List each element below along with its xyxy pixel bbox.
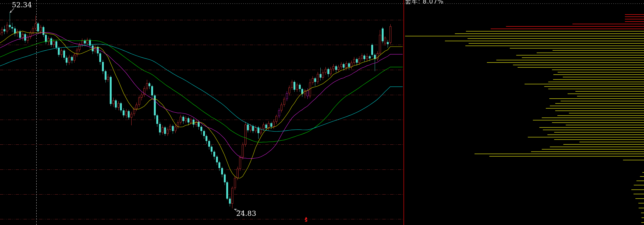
kline-chart-canvas[interactable] — [0, 0, 644, 225]
trapped-percent-label: 套牢: 8.07% — [405, 0, 444, 5]
panel-divider[interactable] — [404, 0, 404, 225]
low-price-annotation: 24.83 — [236, 210, 256, 217]
signal-marker: S — [303, 217, 309, 222]
high-price-annotation: 52.34 — [12, 1, 32, 8]
signal-marker-letter: S — [303, 219, 309, 222]
stock-chart-window: 52.34 24.83 套牢: 8.07% S — [0, 0, 644, 225]
